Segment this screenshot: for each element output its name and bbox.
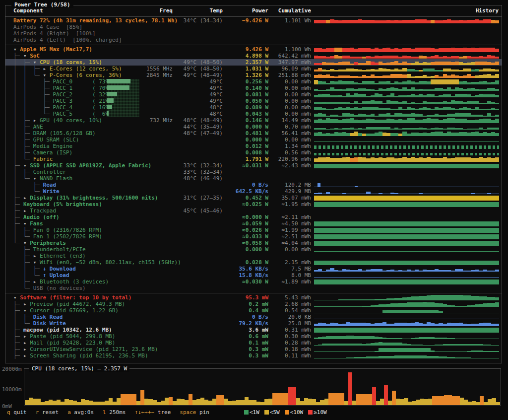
tree-row[interactable]: ├─ ▾ WiFi (en0, −52 dBm, 802.11ax, ch153… xyxy=(5,259,502,266)
tree-row[interactable]: │ ├─ ANE44°C (35–49)0.000 W0.70 mWh xyxy=(5,124,502,130)
tree-row[interactable]: ▾ Apple M5 Max (Mac17,7)9.426 W1.100 Wh xyxy=(5,46,502,53)
expand-triangle-icon[interactable]: ▸ xyxy=(23,195,30,201)
tree-row[interactable]: │ ├─ Disk Read0 B/s20.0 KB xyxy=(5,314,502,320)
tree-row[interactable]: │ ├─ ▸ GPU (40 cores, 10%)732 MHz48°C (4… xyxy=(5,117,502,124)
tree-branch-lines: ├─ xyxy=(13,346,23,352)
tree-row[interactable]: ├─ Keyboard (5% brightness)≈0.025 W≈1.95… xyxy=(5,201,502,208)
tree-row[interactable]: Battery 72% (4h 31m remaining, 13 cycles… xyxy=(5,17,502,24)
tree-row[interactable]: │ │ └─ PACC_5 ( 6%)48°C0.043 W0.00 mWh xyxy=(5,111,502,117)
tree-row[interactable]: ├─ ▸ Ethernet (en3) xyxy=(5,253,502,259)
collapse-triangle-icon[interactable]: ▾ xyxy=(23,162,30,169)
tree-row[interactable]: ├─ ▸ CursorUIViewService (pid 1271, 23.6… xyxy=(5,346,502,352)
collapse-triangle-icon[interactable]: ▾ xyxy=(33,259,40,266)
history-bar xyxy=(402,120,406,123)
history-sparkline xyxy=(314,60,499,65)
tree-row[interactable]: ├─ ▸ Mail (pid 92428, 223.0 MB)0.1 mW0.2… xyxy=(5,340,502,346)
tree-row[interactable]: AirPods 4 Case [85%] xyxy=(5,24,502,30)
history-bar xyxy=(491,75,495,78)
expand-triangle-icon[interactable]: ▸ xyxy=(23,346,30,352)
expand-triangle-icon[interactable]: ▸ xyxy=(23,301,30,307)
tree-row[interactable]: AirPods 4 (Right) [100%] xyxy=(5,30,502,37)
tree-row[interactable]: │ └─ ▾ NAND Flash48°C (46–49) xyxy=(5,175,502,182)
collapse-triangle-icon[interactable]: ▾ xyxy=(33,175,40,182)
history-bar xyxy=(346,322,350,326)
tree-row[interactable]: │ ├─ DRAM (105.6/128 GB)48°C (47–49)0.48… xyxy=(5,130,502,137)
history-bar xyxy=(362,81,366,84)
tree-row[interactable]: ├─ ▸ Preview (pid 44672, 449.3 MB)0.2 mW… xyxy=(5,301,502,307)
tree-row[interactable]: ├─ ▾ SoC4.898 W642.42 mWh xyxy=(5,53,502,59)
history-bar xyxy=(479,70,483,71)
tree-row[interactable]: │ │ ├─ ▸ E-Cores (12 cores, 5%)1556 MHz4… xyxy=(5,66,502,72)
collapse-triangle-icon[interactable]: ▾ xyxy=(23,53,30,59)
tree-row[interactable]: │ ├─ ▾ CPU (18 cores, 15%)49°C (48–50)2.… xyxy=(5,59,502,66)
tree-row[interactable]: ├─ ▾ Fans≈0.059 W≈4.50 mWh xyxy=(5,220,502,227)
tree-row[interactable]: │ ├─ GPU SRAM (SLC)0.000 W0.00 mWh xyxy=(5,137,502,143)
tree-row[interactable]: │ │ ├─ PACC_0 ( 73%)49°C0.256 W0.00 mWh xyxy=(5,78,502,85)
collapse-triangle-icon[interactable]: ▾ xyxy=(23,220,30,227)
history-bar xyxy=(459,313,463,313)
tree-row[interactable]: │ ├─ Fan 0 (2316/7826 RPM)≈0.026 W≈1.99 … xyxy=(5,227,502,233)
tree-row[interactable]: │ └─ Disk Write79.2 KB/s25.8 MB xyxy=(5,320,502,327)
history-fill xyxy=(314,261,499,265)
history-bar xyxy=(400,399,404,405)
history-bar xyxy=(398,158,402,162)
history-bar xyxy=(475,324,479,326)
tree-row[interactable]: │ └─ Write642.5 KB/s429.9 MB xyxy=(5,188,502,195)
history-bar xyxy=(398,82,402,84)
tree-row[interactable]: │ │ ├─ PACC_3 ( 21%)49°C0.050 W0.00 mWh xyxy=(5,98,502,104)
tree-row[interactable]: │ │ └─ ▾ P-Cores (6 cores, 36%)2845 MHz4… xyxy=(5,72,502,78)
tree-row[interactable]: ├─ ▸ Trackpad45°C (45–46) xyxy=(5,208,502,214)
tree-row[interactable]: │ └─ ↑ Upload15.8 KB/s8.0 MB xyxy=(5,272,502,279)
history-bar xyxy=(314,107,318,110)
expand-triangle-icon[interactable]: ▸ xyxy=(23,340,30,346)
expand-triangle-icon[interactable]: ▸ xyxy=(33,279,40,285)
history-bar xyxy=(431,20,435,23)
history-bar xyxy=(358,299,362,300)
tree-row[interactable]: └─ ▾ Peripherals≈0.058 W≈4.04 mWh xyxy=(5,240,502,246)
tree-row[interactable]: │ ├─ Camera (ISP)0.008 W0.56 mWh xyxy=(5,149,502,156)
tree-row[interactable]: ├─ Thunderbolt/PCIe0.000 W0.00 mWh xyxy=(5,246,502,253)
tree-row[interactable]: │ ├─ Media Engine0.012 W1.34 mWh xyxy=(5,143,502,149)
collapse-triangle-icon[interactable]: ▾ xyxy=(23,240,30,246)
cumulative-value: 0.00 mWh xyxy=(270,246,311,253)
collapse-triangle-icon[interactable]: ▾ xyxy=(13,294,20,301)
tree-row[interactable]: │ │ ├─ PACC_4 ( 16%)48°C0.089 W0.00 mWh xyxy=(5,104,502,111)
history-bar xyxy=(366,299,370,300)
tree-row[interactable]: │ │ ├─ PACC_1 ( 70%)49°C0.140 W0.00 mWh xyxy=(5,85,502,91)
tree-row[interactable]: ├─ ▸ Display (31% brightness, 500/1600 n… xyxy=(5,195,502,201)
collapse-triangle-icon[interactable]: ▾ xyxy=(33,59,40,66)
expand-triangle-icon[interactable]: ▸ xyxy=(33,117,40,124)
tree-row[interactable]: ├─ ▸ Screen Sharing (pid 62195, 236.5 MB… xyxy=(5,352,502,359)
tree-row[interactable]: │ ├─ Read0 B/s120.2 MB xyxy=(5,182,502,188)
tree-row[interactable]: ├─ ▸ Bluetooth (3 devices)≈0.030 W≈1.89 … xyxy=(5,279,502,285)
tree-row[interactable]: ├─ ▾ Cursor (pid 67669, 1.22 GB)0.4 mW0.… xyxy=(5,307,502,314)
tree-row[interactable]: ├─ ▾ SSD (APPLE SSD AP8192Z, Apple Fabri… xyxy=(5,162,502,169)
history-bar xyxy=(459,323,463,326)
history-bar xyxy=(379,157,382,162)
collapse-triangle-icon[interactable]: ▾ xyxy=(43,72,50,78)
tree-row[interactable]: ├─ Audio (off)≈0.000 W≈2.11 mWh xyxy=(5,214,502,220)
tree-row[interactable]: │ └─ Fabric1.791 W220.96 mWh xyxy=(5,156,502,162)
tree-row[interactable]: │ └─ Fan 1 (2502/7826 RPM)≈0.033 W≈2.51 … xyxy=(5,233,502,240)
tree-row[interactable]: │ ├─ ↓ Download35.6 KB/s7.5 MB xyxy=(5,266,502,272)
expand-triangle-icon[interactable]: ▸ xyxy=(23,333,30,340)
expand-triangle-icon[interactable]: ▸ xyxy=(23,352,30,359)
expand-triangle-icon[interactable]: ▸ xyxy=(23,208,30,214)
tree-row[interactable]: ├─ macpow (pid 10342, 12.6 MB)3.6 mW0.31… xyxy=(5,327,502,333)
tree-row[interactable]: │ ├─ Controller33°C (32–34) xyxy=(5,169,502,175)
tree-row[interactable]: AirPods 4 (Left) [100%, charged] xyxy=(5,37,502,43)
collapse-triangle-icon[interactable]: ▾ xyxy=(13,46,20,53)
history-bar xyxy=(260,402,264,405)
expand-triangle-icon[interactable]: ▸ xyxy=(43,66,50,72)
collapse-triangle-icon[interactable]: ▾ xyxy=(23,307,30,314)
tree-row[interactable]: ├─ ▸ Paste (pid 5044, 299.8 MB)0.6 mW0.3… xyxy=(5,333,502,340)
tree-row[interactable]: ▾ Software (filter: top 10 by total)95.3… xyxy=(5,294,502,301)
history-bar xyxy=(420,399,424,405)
history-bar xyxy=(439,303,443,307)
history-bar xyxy=(375,269,379,272)
tree-row[interactable]: └─ USB (no devices) xyxy=(5,285,502,291)
history-bar xyxy=(318,306,322,307)
expand-triangle-icon[interactable]: ▸ xyxy=(33,253,40,259)
tree-row[interactable]: │ │ ├─ PACC_2 ( 32%)49°C0.081 W0.00 mWh xyxy=(5,91,502,98)
history-bar xyxy=(467,357,471,358)
